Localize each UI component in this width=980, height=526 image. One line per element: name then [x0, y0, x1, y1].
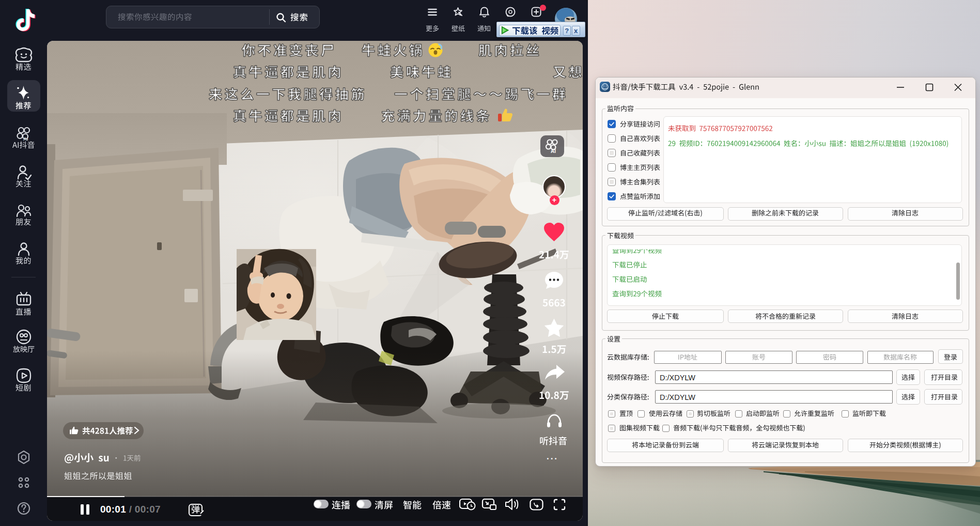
svg-text:AI: AI: [551, 148, 556, 154]
